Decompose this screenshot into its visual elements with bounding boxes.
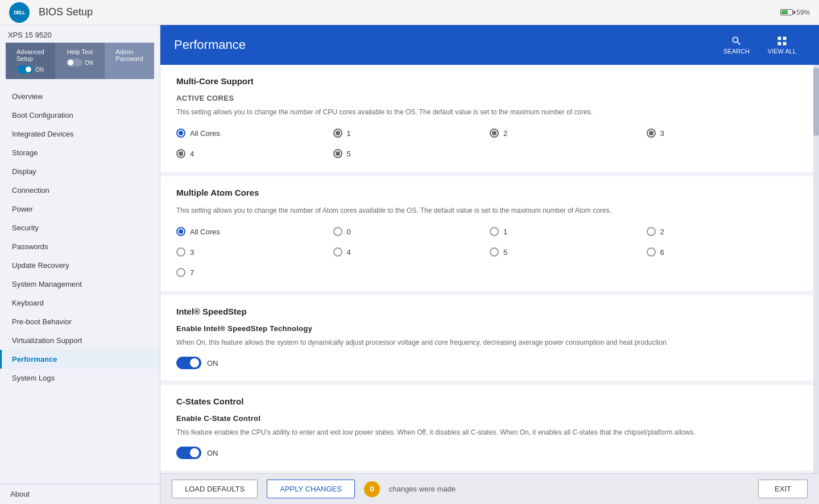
atom-radio-6[interactable]: 6 <box>647 245 804 259</box>
atom-radio-3[interactable]: 3 <box>176 245 333 259</box>
sidebar-item-integrated-devices[interactable]: Integrated Devices <box>0 125 160 143</box>
atom-radio-7-input[interactable] <box>176 268 185 277</box>
radio-3-input[interactable] <box>647 129 656 138</box>
radio-4-core[interactable]: 4 <box>176 147 333 160</box>
atom-radio-0-label: 0 <box>347 228 351 236</box>
speedstep-title: Intel® SpeedStep <box>176 307 803 316</box>
advanced-toggle[interactable] <box>17 65 33 73</box>
atom-radio-3-input[interactable] <box>176 247 185 257</box>
sidebar-item-storage[interactable]: Storage <box>0 143 160 162</box>
radio-3-core[interactable]: 3 <box>647 126 804 140</box>
atom-radio-all-label: All Cores <box>190 228 220 236</box>
sidebar-item-connection[interactable]: Connection <box>0 181 160 200</box>
atom-radio-7[interactable]: 7 <box>176 266 333 279</box>
atom-cores-desc: This setting allows you to change the nu… <box>176 205 803 216</box>
help-text-label: Help Text <box>67 48 93 55</box>
atom-cores-title: Multiple Atom Cores <box>176 188 803 197</box>
admin-password-button[interactable]: AdminPassword <box>105 43 154 79</box>
radio-1-input[interactable] <box>333 129 342 138</box>
radio-all-cores-input[interactable] <box>176 129 185 138</box>
multicore-support-section: Multi-Core Support Active Cores This set… <box>160 65 819 176</box>
exit-button[interactable]: EXIT <box>758 480 808 498</box>
advanced-toggle-label: ON <box>35 67 44 73</box>
search-icon <box>731 35 742 47</box>
speedstep-toggle-row: ON <box>176 357 803 369</box>
battery-info: 59% <box>780 9 810 16</box>
sidebar-item-security[interactable]: Security <box>0 218 160 237</box>
atom-radio-7-label: 7 <box>190 268 194 277</box>
sidebar-item-performance[interactable]: Performance <box>0 350 160 369</box>
atom-radio-1-label: 1 <box>503 228 507 236</box>
content-header: Performance SEARCH VIEW ALL <box>160 25 819 65</box>
atom-cores-grid: All Cores 0 1 2 <box>176 225 803 279</box>
content-scroll[interactable]: Multi-Core Support Active Cores This set… <box>160 65 819 473</box>
device-name: XPS 15 9520 <box>0 25 160 43</box>
radio-4-input[interactable] <box>176 149 185 158</box>
sidebar-item-keyboard[interactable]: Keyboard <box>0 294 160 312</box>
battery-body <box>780 9 793 15</box>
sidebar-item-system-logs[interactable]: System Logs <box>0 369 160 387</box>
load-defaults-button[interactable]: LOAD DEFAULTS <box>172 480 258 498</box>
sidebar-about[interactable]: About <box>0 484 160 504</box>
battery-icon <box>780 9 793 15</box>
help-text-button[interactable]: Help Text ON <box>55 43 105 79</box>
radio-1-label: 1 <box>347 129 351 138</box>
atom-radio-0[interactable]: 0 <box>333 225 490 238</box>
sidebar-item-power[interactable]: Power <box>0 200 160 218</box>
battery-fill <box>781 10 788 14</box>
changes-text: changes were made <box>389 485 456 493</box>
atom-radio-0-input[interactable] <box>333 227 342 236</box>
radio-2-label: 2 <box>503 129 507 138</box>
atom-radio-5[interactable]: 5 <box>490 245 647 259</box>
apply-changes-button[interactable]: APPLY CHANGES <box>267 480 355 498</box>
radio-5-core[interactable]: 5 <box>333 147 490 160</box>
sidebar-item-boot-configuration[interactable]: Boot Configuration <box>0 106 160 125</box>
atom-radio-all-input[interactable] <box>176 227 185 236</box>
advanced-setup-button[interactable]: AdvancedSetup ON <box>6 43 55 79</box>
sidebar-item-overview[interactable]: Overview <box>0 87 160 106</box>
radio-empty1 <box>490 147 647 160</box>
atom-radio-3-label: 3 <box>190 248 194 257</box>
cstates-toggle[interactable] <box>176 447 201 459</box>
advanced-setup-label: AdvancedSetup <box>16 48 44 62</box>
header-actions: SEARCH VIEW ALL <box>714 33 805 57</box>
atom-radio-1-input[interactable] <box>490 227 499 236</box>
atom-radio-4-input[interactable] <box>333 247 342 257</box>
scrollbar-track <box>813 65 819 473</box>
radio-1-core[interactable]: 1 <box>333 126 490 140</box>
atom-radio-5-input[interactable] <box>490 247 499 257</box>
speedstep-subsection: Enable Intel® SpeedStep Technology <box>176 324 803 333</box>
nav-list: Overview Boot Configuration Integrated D… <box>0 85 160 484</box>
atom-radio-2[interactable]: 2 <box>647 225 804 238</box>
radio-empty2 <box>647 147 804 160</box>
sidebar-item-update-recovery[interactable]: Update Recovery <box>0 256 160 275</box>
scrollbar-thumb[interactable] <box>813 68 819 136</box>
cstates-toggle-row: ON <box>176 447 803 459</box>
multicore-desc: This setting allows you to change the nu… <box>176 107 803 117</box>
radio-2-core[interactable]: 2 <box>490 126 647 140</box>
atom-cores-section: Multiple Atom Cores This setting allows … <box>160 176 819 295</box>
sidebar-toolbar: AdvancedSetup ON Help Text ON AdminPassw… <box>0 43 160 85</box>
search-button[interactable]: SEARCH <box>714 33 759 57</box>
main-content: Performance SEARCH VIEW ALL Multi-Core S… <box>160 25 819 504</box>
atom-radio-1[interactable]: 1 <box>490 225 647 238</box>
search-label: SEARCH <box>723 48 750 55</box>
bios-title: BIOS Setup <box>39 6 93 18</box>
atom-radio-2-input[interactable] <box>647 227 656 236</box>
radio-2-input[interactable] <box>490 129 499 138</box>
atom-radio-4[interactable]: 4 <box>333 245 490 259</box>
advanced-toggle-row: ON <box>17 65 44 73</box>
atom-radio-6-input[interactable] <box>647 247 656 257</box>
sidebar-item-passwords[interactable]: Passwords <box>0 237 160 256</box>
sidebar-item-system-management[interactable]: System Management <box>0 275 160 294</box>
view-all-icon <box>776 35 788 47</box>
help-toggle[interactable] <box>67 59 82 67</box>
radio-5-input[interactable] <box>333 149 342 158</box>
speedstep-toggle[interactable] <box>176 357 201 369</box>
sidebar-item-virtualization-support[interactable]: Virtualization Support <box>0 331 160 350</box>
radio-all-cores[interactable]: All Cores <box>176 126 333 140</box>
view-all-button[interactable]: VIEW ALL <box>759 33 805 57</box>
sidebar-item-preboot-behavior[interactable]: Pre-boot Behavior <box>0 312 160 331</box>
sidebar-item-display[interactable]: Display <box>0 162 160 181</box>
atom-radio-all[interactable]: All Cores <box>176 225 333 238</box>
